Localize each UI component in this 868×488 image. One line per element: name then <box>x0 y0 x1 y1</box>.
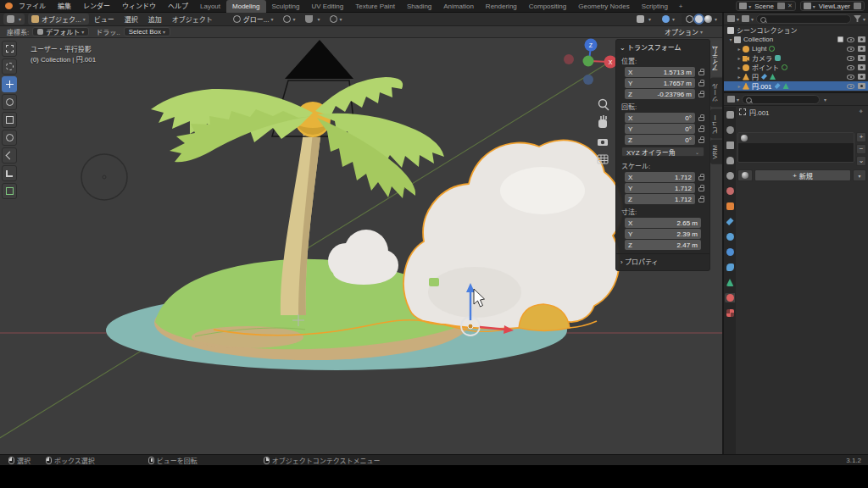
collection-checkbox[interactable] <box>837 36 843 42</box>
scale-x-field[interactable]: X1.712 <box>625 172 695 182</box>
expand-arrow-icon[interactable]: ▸ <box>736 83 743 89</box>
location-x-field[interactable]: X1.5713 m <box>625 67 695 77</box>
sidebar-tab-tool[interactable]: ツール <box>710 78 722 108</box>
new-view-layer-icon[interactable] <box>854 3 861 9</box>
workspace-tab-texture-paint[interactable]: Texture Paint <box>349 0 401 13</box>
snap-dropdown[interactable]: ▾ <box>302 14 323 25</box>
new-material-button[interactable]: + 新規 <box>754 169 851 181</box>
lock-icon[interactable] <box>698 139 704 143</box>
properties-editor-icon[interactable] <box>727 96 735 103</box>
tab-material[interactable] <box>725 293 735 302</box>
workspace-tab-rendering[interactable]: Rendering <box>480 0 523 13</box>
menu-edit[interactable]: 編集 <box>52 0 77 13</box>
outliner-filter-dropdown-icon[interactable] <box>727 15 735 22</box>
scale-z-field[interactable]: Z1.712 <box>625 194 695 204</box>
camera-toggle-icon[interactable] <box>858 36 865 42</box>
lock-icon[interactable] <box>698 71 704 75</box>
mode-dropdown[interactable]: オブジェク... ▾ <box>28 14 89 25</box>
tab-output[interactable] <box>725 141 735 150</box>
tab-render[interactable] <box>725 125 735 135</box>
rotation-x-field[interactable]: X0° <box>625 113 695 123</box>
tab-scene[interactable] <box>725 171 735 180</box>
proportional-edit-dropdown[interactable]: ▾ <box>326 14 345 25</box>
rotation-mode-dropdown[interactable]: XYZ オイラー角⌄ <box>621 147 704 157</box>
add-workspace-button[interactable]: + <box>674 3 688 10</box>
editor-type-button[interactable]: ▾ <box>3 14 25 25</box>
options-dropdown[interactable]: オプション ▾ <box>660 27 707 36</box>
menu-help[interactable]: ヘルプ <box>162 0 194 13</box>
shading-mode-group[interactable]: ▾ <box>682 14 721 25</box>
workspace-tab-geometry-nodes[interactable]: Geometry Nodes <box>572 0 635 13</box>
close-icon[interactable]: ✕ <box>787 3 793 9</box>
transform-tool[interactable] <box>2 130 17 146</box>
lock-icon[interactable] <box>698 128 704 132</box>
new-scene-icon[interactable] <box>777 3 785 9</box>
point-light-gizmo[interactable] <box>81 154 127 200</box>
navigation-gizmo[interactable]: Z X <box>564 39 617 86</box>
properties-collapsed-panel[interactable]: › プロパティ <box>616 253 709 269</box>
filter-funnel-icon[interactable] <box>854 15 861 22</box>
zoom-icon[interactable] <box>599 100 609 111</box>
dim-y-field[interactable]: Y2.39 m <box>625 229 701 239</box>
browse-material-dropdown[interactable] <box>737 169 753 181</box>
workspace-tab-layout[interactable]: Layout <box>194 0 226 13</box>
scale-tool[interactable] <box>2 112 17 128</box>
workspace-tab-modeling[interactable]: Modeling <box>226 0 265 13</box>
move-tool[interactable] <box>2 76 17 92</box>
workspace-tab-uv-editing[interactable]: UV Editing <box>305 0 349 13</box>
camera-toggle-icon[interactable] <box>858 64 865 70</box>
lock-icon[interactable] <box>698 198 704 202</box>
outliner-row-light[interactable]: ▸ Light <box>724 44 868 53</box>
tab-modifiers[interactable] <box>725 217 735 226</box>
dim-x-field[interactable]: X2.65 m <box>625 218 701 228</box>
pivot-dropdown[interactable]: ▾ <box>280 14 298 25</box>
material-slot[interactable] <box>738 133 854 143</box>
add-slot-button[interactable]: + <box>856 132 866 142</box>
outliner-row-camera[interactable]: ▸ カメラ <box>724 53 868 63</box>
nav-axis-y[interactable] <box>583 56 594 67</box>
rotation-y-field[interactable]: Y0° <box>625 124 695 134</box>
menu-object[interactable]: オブジェクト <box>167 14 218 24</box>
tab-constraints[interactable] <box>725 263 735 272</box>
workspace-tab-compositing[interactable]: Compositing <box>523 0 572 13</box>
menu-window[interactable]: ウィンドウ <box>116 0 162 13</box>
tab-physics[interactable] <box>725 247 735 257</box>
menu-render[interactable]: レンダー <box>77 0 116 13</box>
tab-object[interactable] <box>725 202 735 211</box>
sidebar-tab-view[interactable]: ビュー <box>710 109 722 139</box>
view-layer-selector[interactable]: ▾ ViewLayer <box>800 1 865 11</box>
show-gizmo-dropdown[interactable]: ▾ <box>633 14 654 25</box>
nav-axis-x-neg[interactable] <box>564 54 574 64</box>
viewport-canvas[interactable]: Z X <box>0 38 722 454</box>
rotation-z-field[interactable]: Z0° <box>625 135 695 145</box>
camera-toggle-icon[interactable] <box>858 55 865 61</box>
nav-axis-z-neg[interactable] <box>583 75 593 85</box>
workspace-tab-sculpting[interactable]: Sculpting <box>266 0 306 13</box>
lock-icon[interactable] <box>698 82 704 86</box>
material-shading-icon[interactable] <box>704 15 712 23</box>
outliner-display-mode-icon[interactable] <box>742 15 749 22</box>
camera-toggle-icon[interactable] <box>858 83 865 89</box>
cloud-small[interactable] <box>328 230 398 285</box>
eye-icon[interactable] <box>847 84 854 89</box>
chevron-down-icon[interactable]: ▾ <box>824 97 826 103</box>
cursor-tool[interactable] <box>2 58 17 75</box>
lock-icon[interactable] <box>698 187 704 191</box>
blender-logo-icon[interactable] <box>5 3 13 9</box>
annotate-tool[interactable] <box>2 147 17 164</box>
sidebar-tab-item[interactable]: アイテム <box>710 41 722 76</box>
tab-tool[interactable] <box>725 110 735 119</box>
camera-view-icon[interactable] <box>598 139 608 146</box>
camera-toggle-icon[interactable] <box>858 74 865 80</box>
outliner-row-point[interactable]: ▸ ポイント <box>724 63 868 72</box>
slot-specials-button[interactable]: ⌄ <box>856 156 866 166</box>
scene-selector[interactable]: ▾ Scene ✕ <box>736 1 796 11</box>
tab-object-data[interactable] <box>725 278 735 287</box>
remove-slot-button[interactable]: − <box>856 144 866 154</box>
orientation-dropdown[interactable]: グロー... ▾ <box>230 14 277 25</box>
menu-file[interactable]: ファイル <box>13 0 52 13</box>
scale-y-field[interactable]: Y1.712 <box>625 183 695 193</box>
select-box-tool[interactable] <box>2 41 17 57</box>
add-cube-tool[interactable] <box>2 183 17 199</box>
outliner-search-input[interactable] <box>756 14 851 24</box>
